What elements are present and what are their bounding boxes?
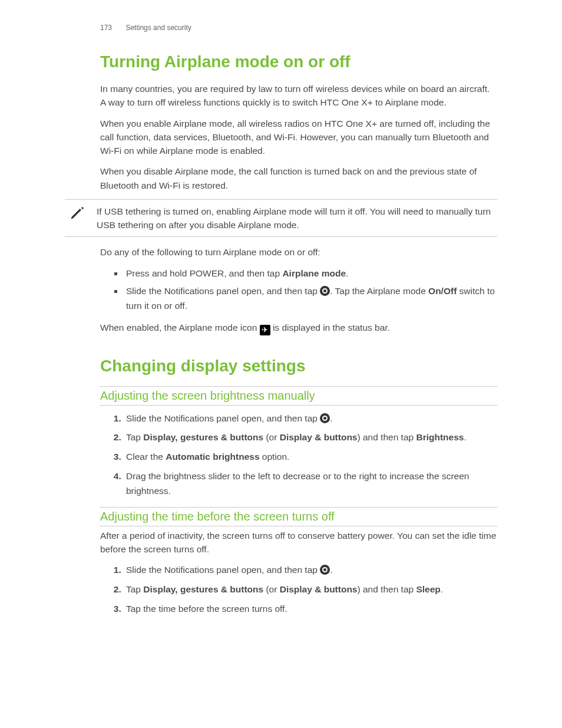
sleep-steps: Slide the Notifications panel open, and … bbox=[100, 563, 497, 616]
list-item: Tap the time before the screen turns off… bbox=[124, 602, 497, 617]
list-item: Tap Display, gestures & buttons (or Disp… bbox=[124, 430, 497, 445]
list-item: Slide the Notifications panel open, and … bbox=[124, 411, 497, 426]
page-header: 173 Settings and security bbox=[65, 24, 497, 32]
note-text: If USB tethering is turned on, enabling … bbox=[97, 205, 497, 232]
section-name: Settings and security bbox=[125, 24, 191, 32]
page-number: 173 bbox=[100, 24, 112, 32]
brightness-steps: Slide the Notifications panel open, and … bbox=[100, 411, 497, 499]
gear-icon bbox=[320, 286, 330, 296]
list-item: Slide the Notifications panel open, and … bbox=[124, 284, 497, 314]
airplane-bullets: Press and hold POWER, and then tap Airpl… bbox=[100, 266, 497, 314]
list-item: Slide the Notifications panel open, and … bbox=[124, 563, 497, 578]
gear-icon bbox=[320, 565, 330, 575]
sleep-intro: After a period of inactivity, the screen… bbox=[100, 529, 497, 556]
airplane-para-1: In many countries, you are required by l… bbox=[100, 82, 497, 110]
subheading-sleep: Adjusting the time before the screen tur… bbox=[100, 507, 497, 526]
airplane-para-4: Do any of the following to turn Airplane… bbox=[100, 245, 497, 259]
airplane-para-3: When you disable Airplane mode, the call… bbox=[100, 164, 497, 192]
heading-airplane: Turning Airplane mode on or off bbox=[100, 52, 497, 71]
airplane-icon: ✈ bbox=[260, 325, 270, 335]
pencil-icon bbox=[65, 205, 90, 232]
heading-display: Changing display settings bbox=[100, 357, 497, 375]
list-item: Tap Display, gestures & buttons (or Disp… bbox=[124, 582, 497, 597]
list-item: Drag the brightness slider to the left t… bbox=[124, 469, 497, 499]
note-box: If USB tethering is turned on, enabling … bbox=[65, 199, 497, 238]
subheading-brightness: Adjusting the screen brightness manually bbox=[100, 386, 497, 406]
list-item: Press and hold POWER, and then tap Airpl… bbox=[124, 266, 497, 281]
airplane-para-5: When enabled, the Airplane mode icon ✈ i… bbox=[100, 321, 497, 335]
gear-icon bbox=[320, 413, 330, 423]
list-item: Clear the Automatic brightness option. bbox=[124, 450, 497, 465]
airplane-para-2: When you enable Airplane mode, all wirel… bbox=[100, 117, 497, 158]
